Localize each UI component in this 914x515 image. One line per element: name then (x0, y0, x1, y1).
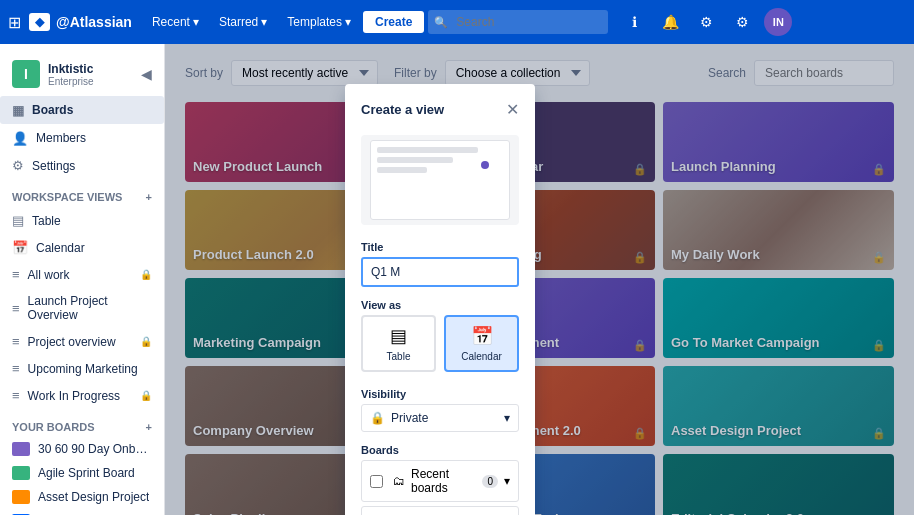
calendar-option-icon: 📅 (471, 325, 493, 347)
visibility-label: Visibility (361, 388, 519, 400)
sidebar-work-in-progress-label: Work In Progress (28, 389, 132, 403)
board-color-swatch (12, 490, 30, 504)
modal-title-bar: Create a view ✕ (361, 100, 519, 119)
project-overview-icon: ≡ (12, 334, 20, 349)
app-layout: I Inktistic Enterprise ◀ ▦ Boards + 👤 Me… (0, 44, 914, 515)
board-label: Agile Sprint Board (38, 466, 135, 480)
sidebar-all-work-label: All work (28, 268, 132, 282)
all-work-icon: ≡ (12, 267, 20, 282)
sidebar-settings-icon: ⚙ (12, 158, 24, 173)
view-options: ▤ Table 📅 Calendar (361, 315, 519, 372)
boards-icon: ▦ (12, 103, 24, 118)
preview-dot (481, 161, 489, 169)
recent-boards-count: 0 (482, 475, 498, 488)
sidebar-boards-label: Boards (32, 103, 136, 117)
sidebar-item-upcoming-marketing[interactable]: ≡ Upcoming Marketing (0, 355, 164, 382)
workspace-header: I Inktistic Enterprise ◀ (0, 52, 164, 96)
sidebar-collapse-icon[interactable]: ◀ (141, 66, 152, 82)
nav-icons: ℹ 🔔 ⚙ ⚙ IN (620, 8, 792, 36)
sidebar-item-work-in-progress[interactable]: ≡ Work In Progress 🔒 (0, 382, 164, 409)
title-label: Title (361, 241, 519, 253)
search-wrap (428, 10, 608, 34)
sidebar-table-label: Table (32, 214, 152, 228)
sidebar-item-project-overview[interactable]: ≡ Project overview 🔒 (0, 328, 164, 355)
board-label: Asset Design Project (38, 490, 149, 504)
sidebar-settings-label: Settings (32, 159, 152, 173)
workspace-name: Inktistic (48, 62, 133, 76)
sidebar-item-boards[interactable]: ▦ Boards + (0, 96, 164, 124)
members-icon: 👤 (12, 131, 28, 146)
sidebar-item-settings[interactable]: ⚙ Settings (0, 152, 164, 179)
starred-menu[interactable]: Starred ▾ (211, 11, 275, 33)
nav-brand: @Atlassian (56, 14, 132, 30)
work-in-progress-lock-icon: 🔒 (140, 390, 152, 401)
workspace-info: Inktistic Enterprise (48, 62, 133, 87)
sidebar-boards-list: 30 60 90 Day Onboarding Pl... Agile Spri… (0, 437, 164, 515)
notifications-icon[interactable]: 🔔 (656, 8, 684, 36)
recent-boards-toggle[interactable]: 🗂 Recent boards 0 ▾ (361, 460, 519, 502)
add-board-section-icon[interactable]: + (146, 421, 152, 433)
recent-boards-checkbox[interactable] (370, 475, 383, 488)
visibility-value: Private (391, 411, 428, 425)
sidebar-item-members[interactable]: 👤 Members + (0, 124, 164, 152)
board-color-swatch (12, 466, 30, 480)
sidebar-project-overview-label: Project overview (28, 335, 132, 349)
preview-row-2 (377, 157, 453, 163)
board-label: 30 60 90 Day Onboarding Pl... (38, 442, 152, 456)
recent-boards-label: Recent boards (411, 467, 476, 495)
create-button[interactable]: Create (363, 11, 424, 33)
visibility-arrow: ▾ (504, 411, 510, 425)
table-option-label: Table (387, 351, 411, 362)
templates-menu[interactable]: Templates ▾ (279, 11, 359, 33)
sidebar-board-30-60[interactable]: 30 60 90 Day Onboarding Pl... (0, 437, 164, 461)
view-option-table[interactable]: ▤ Table (361, 315, 436, 372)
atlassian-logo: ◆ (29, 13, 50, 31)
calendar-option-label: Calendar (461, 351, 502, 362)
boards-field-label: Boards (361, 444, 519, 456)
sidebar-item-table[interactable]: ▤ Table (0, 207, 164, 234)
boards-field-group: Boards 🗂 Recent boards 0 ▾ Select boards (361, 444, 519, 515)
select-boards-button[interactable]: Select boards (361, 506, 519, 515)
modal-close-button[interactable]: ✕ (506, 100, 519, 119)
upcoming-marketing-icon: ≡ (12, 361, 20, 376)
your-boards-header: Your boards + (0, 409, 164, 437)
search-input[interactable] (428, 10, 608, 34)
sidebar-board-editorial[interactable]: Editorial Calendar (0, 509, 164, 515)
recent-boards-arrow: ▾ (504, 474, 510, 488)
lock-icon: 🔒 (370, 411, 385, 425)
top-nav: ⊞ ◆ @Atlassian Recent ▾ Starred ▾ Templa… (0, 0, 914, 44)
add-view-icon[interactable]: + (146, 191, 152, 203)
workspace-views-header: Workspace views + (0, 179, 164, 207)
preview-row-1 (377, 147, 478, 153)
sidebar-item-all-work[interactable]: ≡ All work 🔒 (0, 261, 164, 288)
launch-project-icon: ≡ (12, 301, 20, 316)
sidebar-members-label: Members (36, 131, 136, 145)
sidebar: I Inktistic Enterprise ◀ ▦ Boards + 👤 Me… (0, 44, 165, 515)
sidebar-calendar-label: Calendar (36, 241, 152, 255)
calendar-icon: 📅 (12, 240, 28, 255)
view-option-calendar[interactable]: 📅 Calendar (444, 315, 519, 372)
sidebar-item-calendar[interactable]: 📅 Calendar (0, 234, 164, 261)
sidebar-board-asset[interactable]: Asset Design Project (0, 485, 164, 509)
preview-row-3 (377, 167, 427, 173)
modal-overlay: Create a view ✕ Title View a (165, 44, 914, 515)
visibility-left: 🔒 Private (370, 411, 428, 425)
grid-icon[interactable]: ⊞ (8, 13, 21, 32)
board-color-swatch (12, 442, 30, 456)
all-work-lock-icon: 🔒 (140, 269, 152, 280)
recent-menu[interactable]: Recent ▾ (144, 11, 207, 33)
table-option-icon: ▤ (390, 325, 407, 347)
visibility-select[interactable]: 🔒 Private ▾ (361, 404, 519, 432)
create-view-modal: Create a view ✕ Title View a (345, 84, 535, 515)
settings-icon[interactable]: ⚙ (728, 8, 756, 36)
view-as-group: View as ▤ Table 📅 Calendar (361, 299, 519, 372)
user-avatar[interactable]: IN (764, 8, 792, 36)
workspace-avatar: I (12, 60, 40, 88)
title-input[interactable] (361, 257, 519, 287)
sidebar-item-launch-project[interactable]: ≡ Launch Project Overview (0, 288, 164, 328)
apps-icon[interactable]: ⚙ (692, 8, 720, 36)
recent-boards-icon: 🗂 (393, 474, 405, 488)
sidebar-board-agile[interactable]: Agile Sprint Board (0, 461, 164, 485)
help-icon[interactable]: ℹ (620, 8, 648, 36)
title-field-group: Title (361, 241, 519, 287)
